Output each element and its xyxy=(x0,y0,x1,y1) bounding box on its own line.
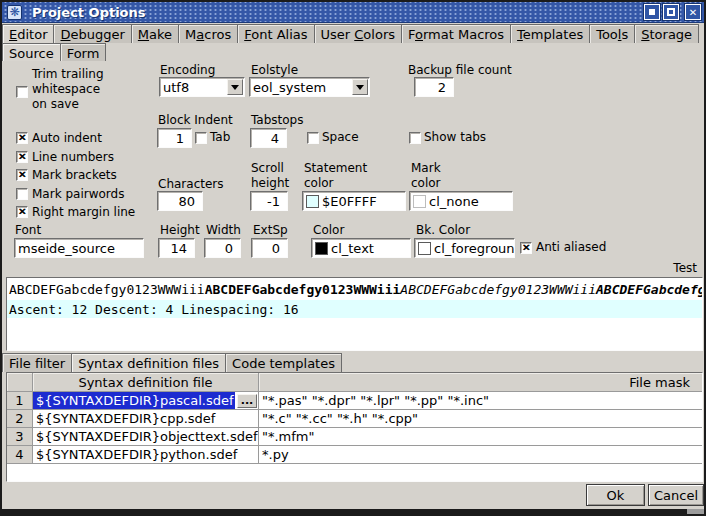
grid-header-file[interactable]: Syntax definition file xyxy=(33,373,259,392)
window-bottom-border xyxy=(2,509,704,514)
mark-pairwords-checkbox[interactable] xyxy=(16,188,28,200)
mark-brackets-label: Mark brackets xyxy=(32,168,117,183)
test-metrics-line: Ascent: 12 Descent: 4 Linespacing: 16 xyxy=(7,300,702,318)
grid-header-mask[interactable]: File mask xyxy=(259,373,702,392)
auto-indent-label: Auto indent xyxy=(32,131,102,146)
mark-pairwords-label: Mark pairwords xyxy=(32,187,124,202)
test-label: Test xyxy=(602,261,697,276)
mark-color-input[interactable]: cl_none xyxy=(409,191,513,211)
font-height-input[interactable]: 14 xyxy=(158,238,195,258)
grid-row: 2 ${SYNTAXDEFDIR}cpp.sdef "*.c" "*.cc" "… xyxy=(7,410,702,428)
font-name-input[interactable]: mseide_source xyxy=(14,238,144,258)
anti-aliased-label: Anti aliased xyxy=(536,240,606,255)
tab-checkbox[interactable] xyxy=(195,132,207,144)
characters-input[interactable]: 80 xyxy=(157,191,203,211)
characters-label: Characters xyxy=(158,177,224,192)
font-width-input[interactable]: 0 xyxy=(204,238,241,258)
resize-grip[interactable] xyxy=(687,509,704,514)
font-color-label: Color xyxy=(313,223,344,238)
close-icon[interactable]: ✕ xyxy=(685,4,701,20)
bk-color-input[interactable]: cl_foreground xyxy=(414,238,515,258)
font-color-input[interactable]: cl_text xyxy=(311,238,411,258)
filter-tab-bar: File filter Syntax definition files Code… xyxy=(2,353,341,372)
tabstops-label: Tabstops xyxy=(251,113,303,128)
trim-whitespace-checkbox[interactable] xyxy=(16,86,28,98)
syntax-file-cell[interactable]: ${SYNTAXDEFDIR}python.sdef xyxy=(33,446,259,464)
tab-macros[interactable]: Macros xyxy=(178,24,238,43)
statement-color-label: Statement color xyxy=(304,161,376,191)
tab-source[interactable]: Source xyxy=(2,43,61,61)
syntax-file-cell[interactable]: ${SYNTAXDEFDIR}pascal.sdef ... xyxy=(33,392,259,410)
font-extsp-input[interactable]: 0 xyxy=(251,238,288,258)
grid-row: 1 ${SYNTAXDEFDIR}pascal.sdef ... "*.pas"… xyxy=(7,392,702,410)
grid-row: 4 ${SYNTAXDEFDIR}python.sdef *.py xyxy=(7,446,702,464)
font-width-label: Width xyxy=(206,223,241,238)
mark-color-swatch xyxy=(413,195,426,208)
maximize-icon[interactable] xyxy=(663,4,679,20)
tabstops-input[interactable]: 4 xyxy=(250,128,287,148)
right-margin-label: Right margin line xyxy=(32,205,135,220)
syntax-file-cell[interactable]: ${SYNTAXDEFDIR}objecttext.sdef xyxy=(33,428,259,446)
font-color-swatch xyxy=(315,242,328,255)
line-numbers-checkbox[interactable] xyxy=(16,151,28,163)
project-options-window: ❋ Project Options ✕ Editor Debugger Make… xyxy=(0,0,706,516)
file-mask-cell[interactable]: *.py xyxy=(259,446,702,464)
font-label: Font xyxy=(15,223,41,238)
test-sample-line: ABCDEFGabcdefgy0123WWWiii ABCDEFGabcdefg… xyxy=(7,278,702,300)
backup-count-input[interactable]: 2 xyxy=(414,77,454,97)
tab-tools[interactable]: Tools xyxy=(589,24,635,43)
encoding-select[interactable]: utf8 xyxy=(159,77,245,97)
eolstyle-dropdown-icon[interactable] xyxy=(352,79,368,95)
tab-syntax-definition-files[interactable]: Syntax definition files xyxy=(71,353,226,372)
file-mask-cell[interactable]: "*.pas" "*.dpr" "*.lpr" "*.pp" "*.inc" xyxy=(259,392,702,410)
scroll-height-input[interactable]: -1 xyxy=(250,191,288,211)
bk-color-label: Bk. Color xyxy=(416,223,470,238)
tab-make[interactable]: Make xyxy=(131,24,179,43)
eolstyle-label: Eolstyle xyxy=(251,63,298,78)
auto-indent-checkbox[interactable] xyxy=(16,132,28,144)
file-mask-cell[interactable]: "*.mfm" xyxy=(259,428,702,446)
tab-file-filter[interactable]: File filter xyxy=(2,353,72,372)
tab-code-templates[interactable]: Code templates xyxy=(225,353,342,372)
tab-editor[interactable]: Editor xyxy=(2,24,54,43)
statement-color-swatch xyxy=(306,195,319,208)
encoding-dropdown-icon[interactable] xyxy=(227,79,243,95)
grid-header-row: Syntax definition file File mask xyxy=(7,373,702,392)
font-height-label: Height xyxy=(160,223,200,238)
row-number[interactable]: 3 xyxy=(7,428,33,446)
title-bar[interactable]: ❋ Project Options ✕ xyxy=(2,2,704,23)
tab-user-colors[interactable]: User Colors xyxy=(314,24,402,43)
statement-color-input[interactable]: $E0FFFF xyxy=(302,191,406,211)
show-tabs-checkbox[interactable] xyxy=(409,132,421,144)
right-margin-checkbox[interactable] xyxy=(16,206,28,218)
tab-form[interactable]: Form xyxy=(60,43,107,61)
cancel-button[interactable]: Cancel xyxy=(648,484,704,506)
syntax-file-cell[interactable]: ${SYNTAXDEFDIR}cpp.sdef xyxy=(33,410,259,428)
tab-format-macros[interactable]: Format Macros xyxy=(401,24,511,43)
grid-header-rownum xyxy=(7,373,33,392)
mark-brackets-checkbox[interactable] xyxy=(16,169,28,181)
encoding-label: Encoding xyxy=(160,63,215,78)
anti-aliased-checkbox[interactable] xyxy=(520,242,532,254)
block-indent-input[interactable]: 1 xyxy=(157,128,192,148)
bk-color-swatch xyxy=(418,242,431,255)
ok-button[interactable]: Ok xyxy=(586,484,645,506)
tab-debugger[interactable]: Debugger xyxy=(53,24,131,43)
row-number[interactable]: 2 xyxy=(7,410,33,428)
tab-storage[interactable]: Storage xyxy=(634,24,699,43)
row-number[interactable]: 4 xyxy=(7,446,33,464)
space-checkbox[interactable] xyxy=(307,132,319,144)
browse-button[interactable]: ... xyxy=(237,394,257,408)
file-mask-cell[interactable]: "*.c" "*.cc" "*.h" "*.cpp" xyxy=(259,410,702,428)
grid-row: 3 ${SYNTAXDEFDIR}objecttext.sdef "*.mfm" xyxy=(7,428,702,446)
syntax-files-grid: Syntax definition file File mask 1 ${SYN… xyxy=(6,372,703,482)
mark-color-label: Mark color xyxy=(411,161,453,191)
eolstyle-select[interactable]: eol_system xyxy=(249,77,370,97)
row-number[interactable]: 1 xyxy=(7,392,33,410)
minimize-icon[interactable] xyxy=(644,4,660,20)
tab-font-alias[interactable]: Font Alias xyxy=(237,24,314,43)
main-tab-bar: Editor Debugger Make Macros Font Alias U… xyxy=(2,24,698,43)
tab-templates[interactable]: Templates xyxy=(510,24,590,43)
scroll-height-label: Scroll height xyxy=(251,161,297,191)
sub-tab-bar: Source Form xyxy=(2,43,105,61)
